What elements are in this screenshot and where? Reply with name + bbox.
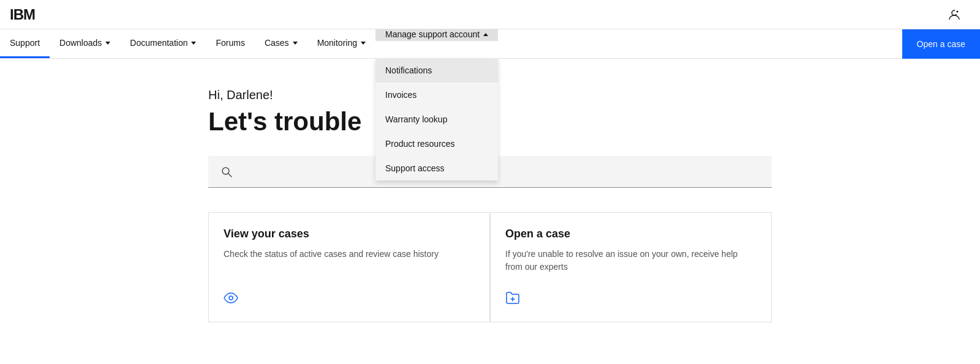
nav-label-documentation: Documentation [130,38,187,48]
manage-support-dropdown: Notifications Invoices Warranty lookup P… [375,58,498,180]
nav-label-support: Support [10,38,40,48]
nav-item-cases[interactable]: Cases [255,29,307,58]
nav-label-monitoring: Monitoring [317,38,357,48]
dropdown-item-product-resources[interactable]: Product resources [375,132,498,156]
nav-label-forums: Forums [216,38,244,48]
view-cases-desc: Check the status of active cases and rev… [224,248,475,261]
open-case-title: Open a case [505,228,756,240]
nav-item-monitoring[interactable]: Monitoring [307,29,375,58]
open-case-icon-container [505,281,756,307]
chevron-up-icon [483,33,488,36]
nav-label-cases: Cases [265,38,289,48]
user-icon [948,9,960,21]
chevron-down-icon [105,42,110,45]
nav-item-downloads[interactable]: Downloads [50,29,120,58]
view-cases-title: View your cases [224,228,475,240]
nav-item-support[interactable]: Support [0,29,50,58]
view-cases-icon-container [224,281,475,307]
manage-support-account-wrapper: Manage support account Notifications Inv… [375,29,498,58]
view-cases-card[interactable]: View your cases Check the status of acti… [208,212,490,322]
cards-row: View your cases Check the status of acti… [208,212,772,322]
open-case-desc: If you're unable to resolve an issue on … [505,248,756,273]
svg-line-3 [228,174,232,177]
chevron-down-icon [361,42,366,45]
open-case-card[interactable]: Open a case If you're unable to resolve … [490,212,772,322]
ibm-logo-container[interactable]: IBM [10,6,35,23]
dropdown-item-support-access[interactable]: Support access [375,156,498,180]
open-case-nav-button[interactable]: Open a case [902,29,980,59]
chevron-down-icon [293,42,298,45]
dropdown-item-notifications[interactable]: Notifications [375,58,498,83]
nav-label-manage-support-account: Manage support account [385,29,480,39]
folder-add-icon [505,291,520,305]
chevron-down-icon [191,42,196,45]
svg-point-2 [222,168,229,174]
eye-icon [224,291,238,305]
user-icon-button[interactable] [938,9,970,21]
dropdown-item-invoices[interactable]: Invoices [375,83,498,107]
search-icon [221,166,233,178]
nav-item-forums[interactable]: Forums [206,29,254,58]
dropdown-item-warranty-lookup[interactable]: Warranty lookup [375,107,498,132]
nav-label-downloads: Downloads [59,38,102,48]
top-bar: IBM [0,0,980,29]
nav-item-documentation[interactable]: Documentation [120,29,206,58]
nav-bar: Support Downloads Documentation Forums C… [0,29,980,59]
nav-item-manage-support-account[interactable]: Manage support account [375,29,498,41]
ibm-logo: IBM [10,6,35,23]
svg-point-4 [229,296,233,300]
